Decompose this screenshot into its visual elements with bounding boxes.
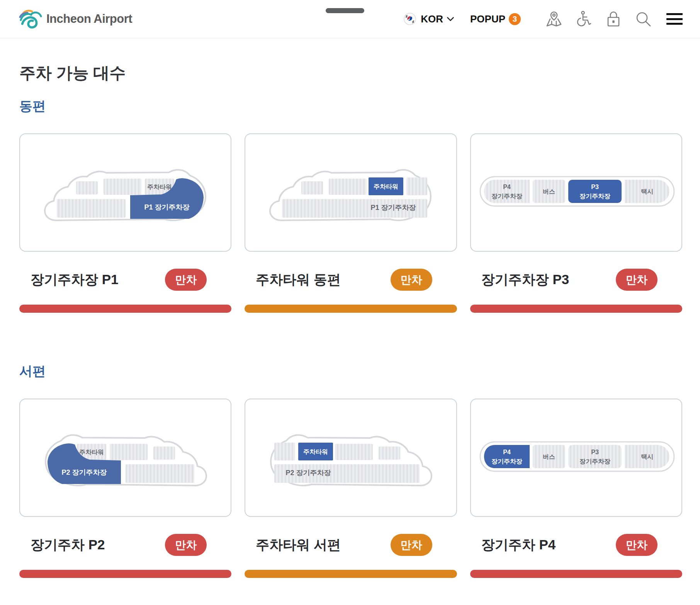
- pill-seg-bus: 버스: [543, 453, 555, 460]
- map-label-area: P1 장기주차장: [371, 204, 416, 211]
- pill-seg-p3-line1: P3: [591, 184, 599, 190]
- menu-icon[interactable]: [666, 13, 683, 25]
- status-badge: 만차: [391, 534, 432, 556]
- pill-seg-p4-line2: 장기주차장: [491, 193, 522, 199]
- parking-card-p4: P4 장기주차장 버스 P3 장기주차장 택시 장기주차 P4 만차: [470, 399, 682, 578]
- header: Incheon Airport KOR POPUP 3: [0, 0, 700, 38]
- status-badge: 만차: [616, 269, 658, 291]
- page-title: 주차 가능 대수: [19, 64, 682, 82]
- occupancy-bar: [470, 305, 682, 313]
- incheon-airport-logo[interactable]: Incheon Airport: [19, 9, 132, 29]
- parking-card-tower-west: 주차타워 P2 장기주차장 주차타워 서편 만차: [245, 399, 457, 578]
- parking-card-p2: 주차타워 P2 장기주차장 장기주차 P2 만차: [19, 399, 231, 578]
- logo-text: Incheon Airport: [46, 12, 132, 26]
- map-label-area: P1 장기주차장: [144, 203, 189, 211]
- parking-map-p4[interactable]: P4 장기주차장 버스 P3 장기주차장 택시: [470, 399, 682, 517]
- parking-map-tower-east[interactable]: 주차타워 P1 장기주차장: [245, 133, 457, 252]
- popup-link[interactable]: POPUP 3: [470, 13, 521, 25]
- status-badge: 만차: [391, 269, 432, 291]
- chevron-down-icon: [447, 17, 454, 21]
- status-badge: 만차: [616, 534, 658, 556]
- parking-map-p3[interactable]: P4 장기주차장 버스 P3 장기주차장 택시: [470, 133, 682, 252]
- pill-seg-taxi: 택시: [641, 453, 653, 460]
- pill-seg-bus: 버스: [543, 188, 555, 195]
- drag-handle: [326, 8, 364, 13]
- lock-icon[interactable]: [604, 10, 623, 28]
- card-title: 장기주차 P2: [31, 536, 105, 554]
- occupancy-bar: [245, 570, 457, 578]
- pill-seg-p4-line1: P4: [503, 184, 511, 190]
- parking-card-p1: 주차타워 P1 장기주차장 장기주차장 P1 만차: [19, 133, 231, 313]
- language-label: KOR: [421, 13, 443, 25]
- card-title: 장기주차장 P3: [481, 271, 569, 289]
- airport-logo-icon: [19, 9, 42, 29]
- search-icon[interactable]: [634, 10, 652, 28]
- card-title: 장기주차 P4: [481, 536, 556, 554]
- section-heading-west: 서편: [19, 365, 682, 378]
- popup-count-badge: 3: [509, 13, 521, 25]
- section-east: 동편 주차타워 P1 장기주차장 장기: [19, 99, 682, 313]
- pill-seg-taxi: 택시: [641, 188, 653, 195]
- pill-seg-p3-line1: P3: [591, 449, 599, 455]
- pill-seg-p4-line1: P4: [503, 449, 511, 455]
- pill-seg-p3-line2: 장기주차장: [579, 458, 610, 465]
- occupancy-bar: [245, 305, 457, 313]
- map-label-area: P2 장기주차장: [286, 469, 331, 477]
- wheelchair-icon[interactable]: [574, 10, 593, 28]
- occupancy-bar: [470, 570, 682, 578]
- parking-card-tower-east: 주차타워 P1 장기주차장 주차타워 동편 만차: [245, 133, 457, 313]
- status-badge: 만차: [165, 534, 207, 556]
- section-heading-east: 동편: [19, 99, 682, 112]
- map-label-tower: 주차타워: [79, 449, 104, 455]
- card-title: 주차타워 동편: [256, 271, 341, 289]
- map-label-area: P2 장기주차장: [61, 469, 107, 476]
- occupancy-bar: [19, 305, 231, 313]
- status-badge: 만차: [165, 269, 207, 291]
- parking-map-tower-west[interactable]: 주차타워 P2 장기주차장: [245, 399, 457, 517]
- section-west: 서편 주차타워 P2 장기주차장: [19, 365, 682, 578]
- map-label-tower: 주차타워: [374, 183, 398, 190]
- parking-map-p2[interactable]: 주차타워 P2 장기주차장: [19, 399, 231, 517]
- parking-card-p3: P4 장기주차장 버스 P3 장기주차장 택시 장기주차장 P3 만차: [470, 133, 682, 313]
- map-icon[interactable]: [545, 10, 563, 28]
- occupancy-bar: [19, 570, 231, 578]
- pill-seg-p4-line2: 장기주차장: [491, 458, 522, 465]
- card-title: 주차타워 서편: [256, 536, 341, 554]
- pill-seg-p3-line2: 장기주차장: [579, 193, 610, 199]
- language-selector[interactable]: KOR: [404, 13, 454, 25]
- card-title: 장기주차장 P1: [31, 271, 119, 289]
- popup-label: POPUP: [470, 13, 505, 25]
- map-label-tower: 주차타워: [303, 448, 328, 455]
- parking-map-p1[interactable]: 주차타워 P1 장기주차장: [19, 133, 231, 252]
- map-label-tower: 주차타워: [147, 184, 172, 190]
- korea-flag-icon: [404, 13, 416, 25]
